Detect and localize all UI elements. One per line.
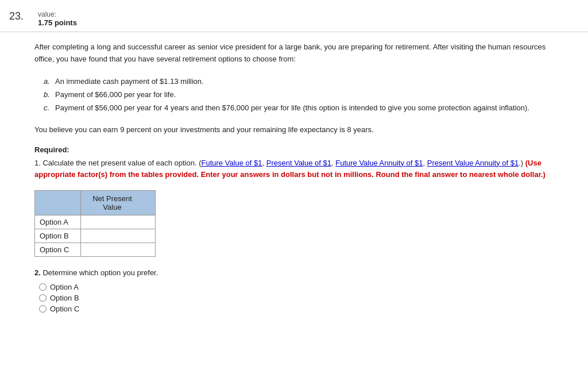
list-item: a. An immediate cash payment of $1.13 mi… (44, 75, 554, 88)
radio-item-c[interactable]: Option C (39, 305, 554, 313)
question-body: After completing a long and successful c… (0, 32, 588, 322)
required-section: Required: 1. Calculate the net present v… (34, 145, 554, 182)
question-number: 23. (9, 10, 38, 22)
npv-input-b[interactable] (83, 230, 152, 241)
row-label-c: Option C (35, 243, 81, 257)
list-label-c: c. (44, 101, 55, 114)
radio-label-c: Option C (50, 305, 79, 313)
required-instruction: 1. Calculate the net present value of ea… (34, 157, 554, 182)
link-pv-annuity[interactable]: Present Value Annuity of $1 (427, 159, 519, 167)
earnings-text: You believe you can earn 9 percent on yo… (34, 124, 554, 136)
list-item: b. Payment of $66,000 per year for life. (44, 88, 554, 101)
link-future-value[interactable]: Future Value of $1 (202, 159, 262, 167)
points-label: 1.75 points (38, 18, 77, 27)
table-row: Option B (35, 229, 156, 243)
list-label-b: b. (44, 88, 55, 101)
list-item: c. Payment of $56,000 per year for 4 yea… (44, 101, 554, 114)
radio-input-a[interactable] (39, 283, 47, 291)
instruction-part1: 1. Calculate the net present value of ea… (34, 159, 202, 167)
npv-input-c[interactable] (83, 244, 152, 255)
input-cell-b[interactable] (81, 229, 156, 243)
radio-label-b: Option B (50, 294, 79, 302)
part2-text: Determine which option you prefer. (41, 268, 158, 277)
value-label: value: (38, 10, 77, 18)
link-fv-annuity[interactable]: Future Value Annuity of $1 (335, 159, 423, 167)
part2-bold: 2. (34, 268, 41, 277)
part2-title: 2. Determine which option you prefer. (34, 268, 554, 277)
table-section: Net PresentValue Option A Option B (34, 190, 554, 257)
table-empty-header (35, 191, 81, 215)
sep1: , (262, 159, 266, 167)
input-cell-c[interactable] (81, 243, 156, 257)
radio-input-c[interactable] (39, 305, 47, 313)
list-text-a: An immediate cash payment of $1.13 milli… (55, 75, 204, 88)
npv-input-a[interactable] (83, 217, 152, 228)
radio-input-b[interactable] (39, 294, 47, 302)
row-label-b: Option B (35, 229, 81, 243)
input-cell-a[interactable] (81, 215, 156, 229)
radio-item-a[interactable]: Option A (39, 283, 554, 291)
part2-section: 2. Determine which option you prefer. Op… (34, 268, 554, 313)
table-npv-header: Net PresentValue (81, 191, 156, 215)
table-row: Option C (35, 243, 156, 257)
npv-table: Net PresentValue Option A Option B (34, 190, 156, 257)
table-row: Option A (35, 215, 156, 229)
options-list: a. An immediate cash payment of $1.13 mi… (44, 75, 554, 115)
instruction-part2: .) (519, 159, 525, 167)
required-title: Required: (34, 145, 554, 154)
sep3: , (423, 159, 427, 167)
radio-group: Option A Option B Option C (39, 283, 554, 313)
question-meta: value: 1.75 points (38, 10, 77, 27)
list-label-a: a. (44, 75, 55, 88)
radio-label-a: Option A (50, 283, 79, 291)
link-present-value[interactable]: Present Value of $1 (266, 159, 331, 167)
page-container: 23. value: 1.75 points After completing … (0, 0, 588, 322)
question-header: 23. value: 1.75 points (0, 6, 588, 32)
row-label-a: Option A (35, 215, 81, 229)
intro-paragraph: After completing a long and successful c… (34, 41, 554, 66)
list-text-b: Payment of $66,000 per year for life. (55, 88, 176, 101)
list-text-c: Payment of $56,000 per year for 4 years … (55, 101, 529, 114)
radio-item-b[interactable]: Option B (39, 294, 554, 302)
